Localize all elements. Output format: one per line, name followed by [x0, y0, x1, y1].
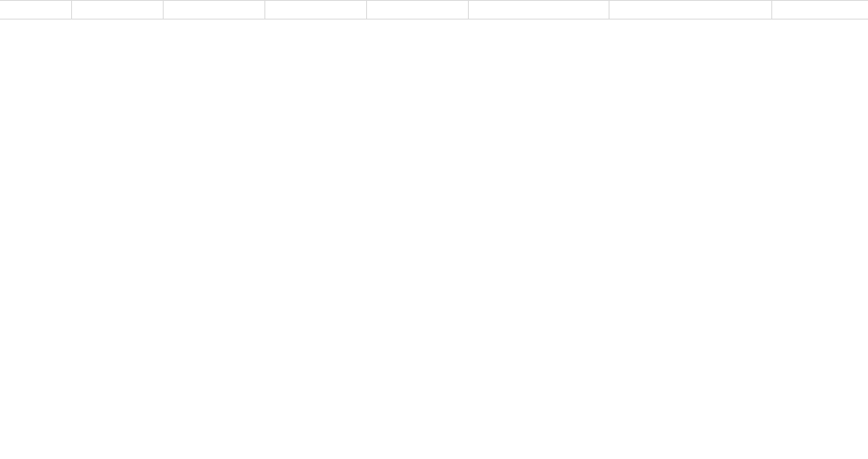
column-header[interactable] [771, 0, 868, 20]
column-header[interactable] [264, 0, 366, 20]
column-header[interactable] [71, 0, 163, 20]
spreadsheet-table [0, 0, 868, 20]
column-header[interactable] [0, 0, 71, 20]
column-header[interactable] [468, 0, 609, 20]
column-header[interactable] [366, 0, 468, 20]
column-header[interactable] [609, 0, 771, 20]
column-header[interactable] [163, 0, 264, 20]
